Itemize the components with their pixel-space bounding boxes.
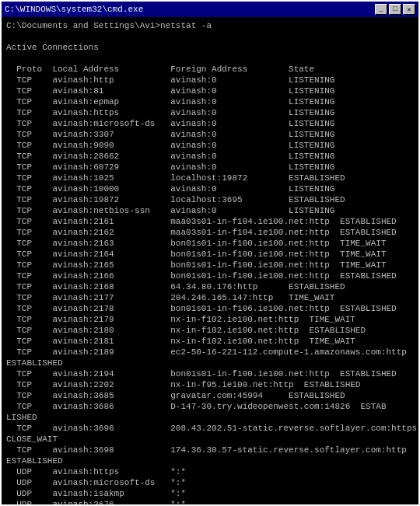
cmd-window: C:\WINDOWS\system32\cmd.exe _ □ ✕ C:\Doc… [0,0,420,506]
minimize-button[interactable]: _ [375,4,387,15]
title-bar-buttons: _ □ ✕ [375,4,415,15]
title-bar: C:\WINDOWS\system32\cmd.exe _ □ ✕ [2,2,418,17]
close-button[interactable]: ✕ [403,4,415,15]
maximize-button[interactable]: □ [389,4,401,15]
window-title: C:\WINDOWS\system32\cmd.exe [5,5,143,14]
terminal-content[interactable]: C:\Documents and Settings\Avi>netstat -a… [2,17,418,504]
